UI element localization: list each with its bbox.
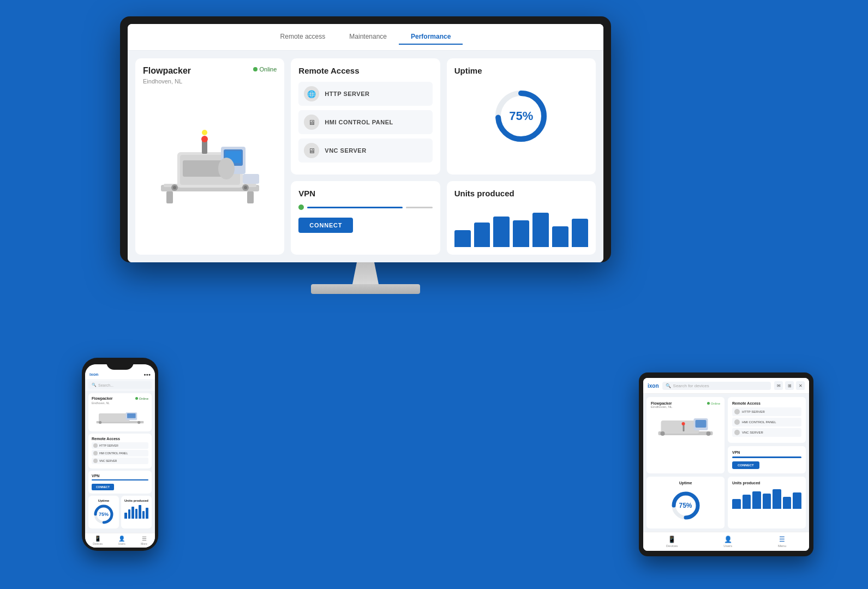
phone-nav-devices[interactable]: 📱 Devices: [93, 536, 103, 545]
svg-point-10: [173, 186, 176, 189]
tablet-http-item[interactable]: HTTP SERVER: [732, 407, 801, 416]
phone-donut: 75%: [93, 503, 115, 525]
online-badge: Online: [253, 66, 277, 73]
phone-connect-button[interactable]: CONNECT: [92, 484, 114, 490]
http-icon: 🌐: [304, 86, 319, 101]
phone-machine-header: Flowpacker Online: [92, 396, 148, 400]
tablet-close-icon[interactable]: ✕: [796, 381, 805, 390]
bar-3: [493, 217, 510, 247]
devices-icon: 📱: [668, 536, 676, 543]
tab-remote-access[interactable]: Remote access: [268, 29, 338, 45]
svg-point-26: [707, 431, 711, 436]
tablet-logo: ixon: [648, 383, 659, 389]
phone-search-bar[interactable]: 🔍 Search...: [88, 381, 152, 389]
phone-vpn-title: VPN: [92, 474, 148, 478]
phone-nav-devices-label: Devices: [93, 542, 103, 545]
tablet-bar-2: [743, 495, 751, 509]
tablet-grid-icon[interactable]: ⊞: [785, 381, 794, 390]
hmi-icon: 🖥: [304, 115, 319, 130]
tablet-http-icon: [734, 409, 740, 414]
remote-access-title: Remote Access: [298, 66, 432, 75]
phone-more-icon: ☰: [142, 536, 147, 542]
http-label: HTTP SERVER: [325, 91, 369, 97]
phone-hmi-item[interactable]: HMI CONTROL PANEL: [92, 450, 148, 456]
phone-online-dot: [135, 397, 138, 400]
bar-1: [454, 230, 471, 248]
phone-units-title: Units produced: [124, 499, 148, 502]
tablet-nav-users-label: Users: [723, 544, 732, 548]
tablet-vpn-title: VPN: [732, 450, 801, 454]
phone-nav-more-label: More: [141, 542, 147, 545]
phone-devices-icon: 📱: [94, 536, 101, 542]
connect-button[interactable]: CONNECT: [298, 218, 353, 233]
machine-location: Eindhoven, NL: [143, 78, 277, 85]
phone-bar-1: [124, 513, 127, 519]
tablet-mail-icon[interactable]: ✉: [774, 381, 783, 390]
monitor-outer: Remote access Maintenance Performance Fl…: [120, 16, 611, 262]
vpn-track: [307, 207, 402, 208]
remote-item-vnc[interactable]: 🖥 VNC SERVER: [298, 139, 432, 163]
phone-logo: ixon: [89, 372, 98, 377]
phone-outer: ixon ●●● 🔍 Search... Flowpacker Online: [82, 358, 158, 551]
tablet-machine-name: Flowpacker: [651, 401, 672, 405]
phone-bar-5: [139, 505, 141, 519]
tablet-search[interactable]: 🔍 Search for devices: [662, 382, 771, 390]
vnc-icon: 🖥: [304, 143, 319, 158]
monitor: Remote access Maintenance Performance Fl…: [120, 16, 611, 294]
tab-maintenance[interactable]: Maintenance: [337, 29, 399, 45]
phone-online-badge: Online: [135, 397, 148, 400]
tablet-header-icons: ✉ ⊞ ✕: [774, 381, 805, 390]
monitor-base: [311, 284, 420, 294]
svg-rect-22: [661, 420, 699, 434]
remote-item-http[interactable]: 🌐 HTTP SERVER: [298, 82, 432, 106]
tablet-machine-location: Eindhoven, NL: [651, 405, 720, 408]
monitor-stand: [120, 262, 611, 294]
tablet-online-dot: [707, 402, 710, 405]
tablet-outer: ixon 🔍 Search for devices ✉ ⊞ ✕ Flowpack…: [639, 372, 813, 556]
vpn-card: VPN CONNECT: [291, 181, 440, 255]
phone-http-item[interactable]: HTTP SERVER: [92, 442, 148, 449]
tablet-bottom-nav: 📱 Devices 👤 Users ☰ Menu: [643, 532, 809, 551]
phone-bar-2: [128, 509, 131, 519]
svg-rect-3: [247, 191, 254, 203]
tablet-vnc-item[interactable]: VNC SERVER: [732, 428, 801, 437]
tablet-bar-3: [752, 491, 761, 509]
tablet-nav-users[interactable]: 👤 Users: [723, 536, 732, 548]
phone-remote-title: Remote Access: [92, 437, 148, 441]
phone-stats-row: Uptime 75% Units produced: [88, 496, 152, 528]
tablet-machine-img: [651, 411, 720, 443]
uptime-donut: 75%: [491, 86, 551, 146]
tablet-hmi-item[interactable]: HMI CONTROL PANEL: [732, 418, 801, 426]
units-produced-card: Units produced: [447, 181, 596, 255]
tab-performance[interactable]: Performance: [399, 29, 463, 45]
phone-nav-more[interactable]: ☰ More: [141, 536, 147, 545]
remote-item-hmi[interactable]: 🖥 HMI CONTROL PANEL: [298, 110, 432, 134]
svg-rect-27: [683, 425, 685, 431]
svg-point-28: [682, 422, 685, 425]
tablet-nav-devices[interactable]: 📱 Devices: [666, 536, 678, 548]
monitor-content-grid: Flowpacker Online Eindhoven, NL: [128, 51, 603, 262]
monitor-nav: Remote access Maintenance Performance: [128, 24, 603, 51]
phone-bar-3: [131, 507, 134, 519]
phone-nav-users-label: Users: [118, 542, 125, 545]
units-bar-chart: [454, 203, 588, 247]
phone-status-icons: ●●●: [143, 372, 151, 376]
tablet-hmi-icon: [734, 419, 740, 425]
phone-bottom-nav: 📱 Devices 👤 Users ☰ More: [85, 533, 155, 548]
phone-nav-users[interactable]: 👤 Users: [118, 536, 125, 545]
phone-vnc-item[interactable]: VNC SERVER: [92, 458, 148, 464]
phone-uptime-card: Uptime 75%: [88, 496, 119, 528]
tablet-donut: 75%: [669, 489, 702, 522]
tablet-vpn-card: VPN CONNECT: [728, 446, 806, 473]
tablet-bar-7: [793, 492, 801, 509]
tablet-connect-button[interactable]: CONNECT: [732, 461, 759, 469]
users-icon: 👤: [724, 536, 732, 543]
svg-point-25: [661, 431, 665, 436]
tablet-bar-6: [783, 497, 792, 509]
tablet-bar-1: [732, 499, 741, 509]
vnc-label: VNC SERVER: [325, 147, 366, 154]
phone-uptime-title: Uptime: [98, 499, 109, 502]
tablet-nav-menu[interactable]: ☰ Menu: [778, 536, 786, 548]
tablet-bar-4: [763, 494, 771, 509]
search-icon: 🔍: [666, 383, 671, 388]
